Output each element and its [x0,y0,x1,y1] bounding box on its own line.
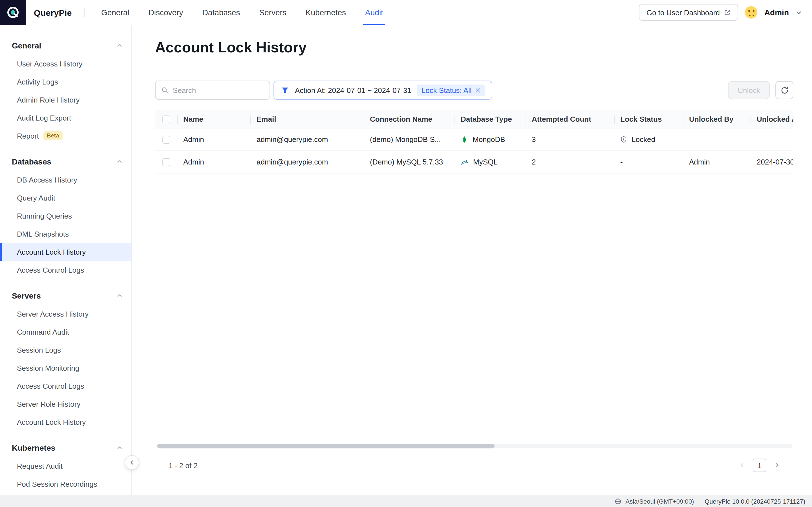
table-horizontal-viewport: Name Email Connection Name Database Type… [155,110,794,173]
sidebar-item-running-queries[interactable]: Running Queries [0,207,132,225]
table-row: Admin admin@querypie.com (demo) MongoDB … [155,128,794,151]
col-header-name: Name [177,110,251,128]
cell-database-type: MySQL [455,151,526,173]
sidebar-item-activity-logs[interactable]: Activity Logs [0,73,132,91]
select-all-checkbox[interactable] [162,115,170,123]
row-count-summary: 1 - 2 of 2 [168,461,198,469]
col-header-unlocked-by: Unlocked By [683,110,751,128]
nav-kubernetes[interactable]: Kubernetes [296,0,356,25]
cell-unlocked-by [683,128,751,151]
sidebar-item-audit-log-export[interactable]: Audit Log Export [0,109,132,127]
querypie-logo-icon [6,6,20,19]
chevron-up-icon [117,43,122,48]
sidebar-item-server-role-history[interactable]: Server Role History [0,395,132,413]
sidebar-section-header-general[interactable]: General [0,37,132,55]
cell-unlocked-by: Admin [683,151,751,173]
beta-badge: Beta [43,131,62,140]
chevron-down-icon[interactable] [796,9,802,15]
cell-attempted-count: 3 [526,128,615,151]
sidebar-item-report[interactable]: Report Beta [0,127,132,145]
go-to-user-dashboard-button[interactable]: Go to User Dashboard [639,4,739,21]
sidebar-item-session-logs[interactable]: Session Logs [0,341,132,359]
select-all-cell [155,110,177,128]
sidebar-collapse-button[interactable] [124,455,139,470]
sidebar-item-label: Account Lock History [17,418,86,426]
table-footer: 1 - 2 of 2 1 [155,453,794,478]
sidebar-item-access-control-logs-server[interactable]: Access Control Logs [0,377,132,395]
sidebar-item-label: Account Lock History [17,247,86,256]
chevron-up-icon [117,159,122,165]
filter-date-range[interactable]: Action At: 2024-07-01 ~ 2024-07-31 [295,86,411,94]
row-checkbox[interactable] [162,158,170,166]
querypie-logo[interactable] [0,0,26,25]
sidebar: General User Access History Activity Log… [0,25,132,495]
shield-lock-icon [620,136,627,143]
sidebar-item-request-audit[interactable]: Request Audit [0,457,132,475]
search-box [155,80,270,100]
mongodb-icon [461,136,468,143]
sidebar-item-label: Server Access History [17,309,89,318]
col-header-lock-status: Lock Status [615,110,683,128]
top-navigation-bar: QueryPie General Discovery Databases Ser… [0,0,812,25]
page-number-button[interactable]: 1 [753,459,766,472]
search-icon [161,86,168,94]
previous-page-button[interactable] [739,462,745,468]
user-avatar[interactable] [745,6,758,18]
col-header-unlocked-at: Unlocked At [751,110,794,128]
nav-audit[interactable]: Audit [356,0,393,25]
sidebar-section-title: Kubernetes [12,443,55,452]
sidebar-item-label: Report [17,131,39,140]
horizontal-scrollbar[interactable] [156,444,792,448]
mysql-icon [461,158,469,166]
brand-name: QueryPie [34,8,72,17]
sidebar-item-pod-session-recordings[interactable]: Pod Session Recordings [0,475,132,493]
sidebar-section-header-kubernetes[interactable]: Kubernetes [0,439,132,457]
table-header-row: Name Email Connection Name Database Type… [155,110,794,128]
row-checkbox[interactable] [162,135,170,144]
sidebar-item-user-access-history[interactable]: User Access History [0,55,132,73]
table-row: Admin admin@querypie.com (Demo) MySQL 5.… [155,151,794,173]
refresh-button[interactable] [775,81,794,99]
table-controls: Action At: 2024-07-01 ~ 2024-07-31 Lock … [155,80,794,100]
sidebar-item-account-lock-history-db[interactable]: Account Lock History [0,243,132,261]
lock-status-label: Locked [631,135,655,144]
sidebar-section-header-databases[interactable]: Databases [0,153,132,171]
sidebar-item-admin-role-history[interactable]: Admin Role History [0,91,132,109]
database-type-label: MySQL [473,158,498,166]
close-icon[interactable] [475,88,480,93]
horizontal-scrollbar-thumb[interactable] [157,444,495,448]
cell-email: admin@querypie.com [251,128,364,151]
chevron-up-icon [117,293,122,298]
sidebar-section-servers: Servers Server Access History Command Au… [0,287,132,431]
sidebar-item-command-audit[interactable]: Command Audit [0,323,132,341]
sidebar-item-label: Access Control Logs [17,382,84,390]
timezone-label[interactable]: Asia/Seoul (GMT+09:00) [626,498,694,504]
nav-discovery[interactable]: Discovery [139,0,193,25]
filter-tag-lock-status[interactable]: Lock Status: All [417,84,485,96]
sidebar-section-header-servers[interactable]: Servers [0,287,132,305]
unlock-button[interactable]: Unlock [728,81,770,99]
page-title: Account Lock History [155,39,306,56]
nav-general[interactable]: General [92,0,139,25]
chevron-up-icon [117,445,122,451]
sidebar-item-account-lock-history-server[interactable]: Account Lock History [0,413,132,431]
nav-servers[interactable]: Servers [250,0,296,25]
sidebar-item-label: Request Audit [17,462,63,470]
nav-databases[interactable]: Databases [193,0,250,25]
sidebar-item-db-access-history[interactable]: DB Access History [0,171,132,189]
filter-tag-label: Lock Status: All [421,86,472,94]
cell-email: admin@querypie.com [251,151,364,173]
sidebar-item-server-access-history[interactable]: Server Access History [0,305,132,323]
sidebar-item-dml-snapshots[interactable]: DML Snapshots [0,225,132,243]
sidebar-item-label: Access Control Logs [17,266,84,274]
search-input[interactable] [173,86,264,94]
col-header-email: Email [251,110,364,128]
sidebar-item-access-control-logs-db[interactable]: Access Control Logs [0,261,132,279]
next-page-button[interactable] [774,462,780,468]
external-link-icon [724,9,731,16]
filter-bar[interactable]: Action At: 2024-07-01 ~ 2024-07-31 Lock … [273,80,492,100]
sidebar-item-session-monitoring[interactable]: Session Monitoring [0,359,132,377]
database-type-label: MongoDB [472,135,505,144]
sidebar-section-title: Databases [12,157,51,166]
sidebar-item-query-audit[interactable]: Query Audit [0,189,132,207]
